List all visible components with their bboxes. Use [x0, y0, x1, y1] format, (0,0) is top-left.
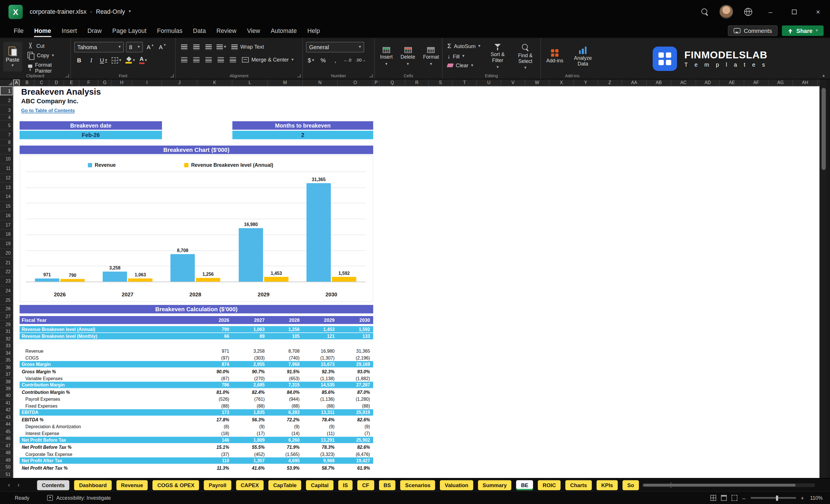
row-header-4[interactable]: 4	[0, 115, 12, 121]
sheet-tab-bs[interactable]: BS	[379, 480, 395, 490]
column-header-ag[interactable]: AG	[768, 80, 793, 86]
sheet-tab-is[interactable]: IS	[338, 480, 353, 490]
sheet-tab-kpis[interactable]: KPIs	[597, 480, 618, 490]
column-header-q[interactable]: Q	[380, 80, 406, 86]
row-header-48[interactable]: 48	[0, 449, 12, 456]
row-header-12[interactable]: 12	[0, 174, 12, 183]
minimize-button[interactable]: –	[759, 0, 782, 23]
row-header-29[interactable]: 29	[0, 321, 12, 328]
decrease-decimal-button[interactable]: .00→	[355, 55, 367, 65]
zoom-level[interactable]: 110%	[809, 495, 823, 501]
row-header-43[interactable]: 43	[0, 414, 12, 421]
column-header-x[interactable]: X	[549, 80, 574, 86]
row-header-50[interactable]: 50	[0, 464, 12, 471]
row-header-22[interactable]: 22	[0, 267, 12, 277]
borders-button[interactable]: ▾	[111, 55, 122, 65]
sheet-tab-cf[interactable]: CF	[357, 480, 374, 490]
row-header-31[interactable]: 31	[0, 328, 12, 335]
tabs-scroll-right[interactable]: ›	[14, 481, 23, 489]
number-dialog-launcher[interactable]	[370, 74, 373, 77]
paste-button[interactable]: Paste ▾	[3, 42, 22, 71]
find-select-button[interactable]: Find & Select▾	[513, 42, 537, 71]
row-header-8[interactable]: 8	[0, 140, 12, 146]
increase-decimal-button[interactable]: ←.0	[342, 55, 352, 65]
row-header-44[interactable]: 44	[0, 421, 12, 428]
row-header-35[interactable]: 35	[0, 357, 12, 364]
row-header-1[interactable]: 1	[0, 86, 12, 96]
row-header-49[interactable]: 49	[0, 456, 12, 464]
sheet-tab-be[interactable]: BE	[516, 480, 533, 490]
column-header-p[interactable]: P	[373, 80, 380, 86]
select-all-corner[interactable]	[0, 80, 13, 86]
format-painter-button[interactable]: Format Painter	[26, 62, 67, 74]
column-header-r[interactable]: R	[406, 80, 429, 86]
column-header-ad[interactable]: AD	[696, 80, 720, 86]
sheet-tab-contents[interactable]: Contents	[37, 480, 70, 490]
column-header-k[interactable]: K	[197, 80, 232, 86]
close-button[interactable]: ×	[806, 0, 830, 23]
globe-button[interactable]	[737, 0, 759, 23]
row-header-47[interactable]: 47	[0, 442, 12, 449]
clipboard-dialog-launcher[interactable]	[65, 74, 69, 77]
font-size-select[interactable]: 8▾	[126, 42, 143, 52]
bold-button[interactable]: B	[74, 55, 84, 65]
toc-link[interactable]: Go to Table of Contents	[21, 108, 75, 114]
column-header-f[interactable]: F	[79, 80, 99, 86]
sheet-tab-dashboard[interactable]: Dashboard	[74, 480, 111, 490]
insert-cells-button[interactable]: Insert▾	[378, 42, 395, 71]
column-header-u[interactable]: U	[477, 80, 501, 86]
sheet-tab-payroll[interactable]: Payroll	[204, 480, 231, 490]
menu-item-help[interactable]: Help	[302, 23, 325, 37]
zoom-in-button[interactable]: +	[801, 495, 804, 501]
row-header-14[interactable]: 14	[0, 192, 12, 202]
menu-item-review[interactable]: Review	[211, 23, 242, 37]
increase-indent-button[interactable]	[228, 55, 238, 65]
avatar[interactable]	[719, 5, 733, 19]
tabs-scroll-left[interactable]: ‹	[4, 481, 14, 489]
row-header-15[interactable]: 15	[0, 202, 12, 211]
align-center-button[interactable]	[191, 55, 201, 65]
row-header-36[interactable]: 36	[0, 364, 12, 371]
row-header-25[interactable]: 25	[0, 295, 12, 305]
page-layout-view-button[interactable]	[721, 495, 727, 501]
align-bottom-button[interactable]	[203, 42, 213, 52]
format-cells-button[interactable]: Format▾	[421, 42, 441, 71]
percent-style-button[interactable]: %	[318, 55, 328, 65]
row-header-51[interactable]: 51	[0, 471, 12, 478]
number-format-select[interactable]: General▾	[306, 42, 364, 52]
share-button[interactable]: Share▾	[782, 25, 823, 36]
row-header-23[interactable]: 23	[0, 277, 12, 286]
row-header-9[interactable]: 9	[0, 146, 12, 154]
horizontal-scrollbar[interactable]	[642, 483, 815, 487]
column-header-s[interactable]: S	[429, 80, 452, 86]
column-header-w[interactable]: W	[525, 80, 549, 86]
column-header-o[interactable]: O	[338, 80, 373, 86]
row-header-24[interactable]: 24	[0, 286, 12, 295]
merge-center-button[interactable]: Merge & Center▾	[240, 55, 295, 65]
menu-item-automate[interactable]: Automate	[265, 23, 302, 37]
row-header-26[interactable]: 26	[0, 305, 12, 313]
row-header-5[interactable]: 5	[0, 121, 12, 130]
comma-style-button[interactable]: ,	[330, 55, 340, 65]
row-header-21[interactable]: 21	[0, 258, 12, 267]
column-header-m[interactable]: M	[268, 80, 302, 86]
grow-font-button[interactable]: A▴	[145, 42, 155, 52]
row-header-7[interactable]: 7	[0, 130, 12, 139]
row-header-16[interactable]: 16	[0, 211, 12, 221]
wrap-text-button[interactable]: Wrap Text	[229, 42, 266, 52]
zoom-slider[interactable]	[751, 497, 796, 499]
row-header-20[interactable]: 20	[0, 249, 12, 258]
row-header-41[interactable]: 41	[0, 400, 12, 407]
column-header-af[interactable]: AF	[744, 80, 768, 86]
column-header-i[interactable]: I	[132, 80, 162, 86]
column-header-v[interactable]: V	[501, 80, 525, 86]
document-title[interactable]: corporate-trainer.xlsx - Read-Only ▾	[30, 8, 131, 15]
row-header-32[interactable]: 32	[0, 335, 12, 342]
row-header-45[interactable]: 45	[0, 428, 12, 435]
font-dialog-launcher[interactable]	[170, 74, 173, 77]
underline-button[interactable]: U▾	[98, 55, 108, 65]
row-header-2[interactable]: 2	[0, 96, 12, 105]
horizontal-scrollbar-thumb[interactable]	[643, 484, 796, 486]
align-left-button[interactable]	[179, 55, 189, 65]
fill-button[interactable]: ↓Fill▾	[446, 52, 482, 60]
